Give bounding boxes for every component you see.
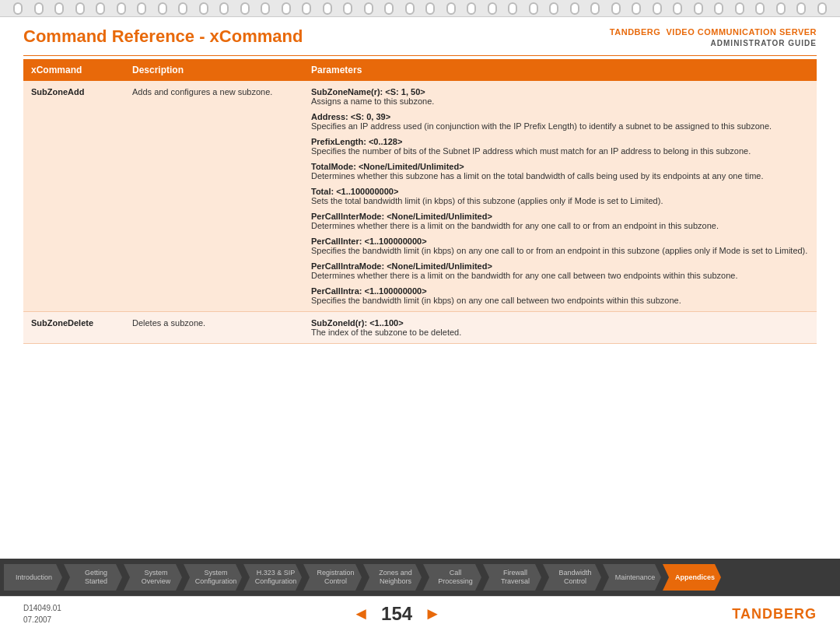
spiral-hole	[755, 2, 765, 15]
brand-product: VIDEO COMMUNICATION SERVER	[667, 27, 817, 37]
nav-tab-system-overview[interactable]: System Overview	[124, 564, 182, 591]
spiral-hole	[96, 2, 105, 15]
next-arrow[interactable]: ►	[424, 604, 441, 624]
param-desc: Specifies the bandwidth limit (in kbps) …	[311, 296, 809, 305]
param-block: TotalMode: <None/Limited/Unlimited>Deter…	[311, 162, 809, 181]
command-cell: SubZoneAdd	[23, 81, 124, 312]
param-desc: Specifies the number of bits of the Subn…	[311, 146, 809, 156]
nav-tab-h.323-&-sip-configuration[interactable]: H.323 & SIP Configuration	[243, 564, 302, 591]
spiral-hole	[570, 2, 579, 15]
spiral-hole	[13, 2, 23, 15]
nav-tab-label: Introduction	[16, 573, 52, 582]
col-header-xcommand: xCommand	[23, 59, 124, 81]
header: Command Reference - xCommand TANDBERG VI…	[23, 17, 817, 55]
param-title: PrefixLength: <0..128>	[311, 137, 809, 146]
spiral-hole	[488, 2, 497, 15]
nav-tab-label: Firewall Traversal	[501, 569, 530, 586]
spiral-hole	[117, 2, 126, 15]
spiral-hole	[529, 2, 538, 15]
footer-nav: ◄ 154 ►	[352, 603, 441, 625]
spiral-hole	[796, 2, 806, 15]
param-title: Total: <1..100000000>	[311, 187, 809, 196]
divider	[23, 55, 817, 56]
nav-tabs-container: IntroductionGetting StartedSystem Overvi…	[4, 564, 836, 591]
spiral-hole	[302, 2, 311, 15]
col-header-description: Description	[124, 59, 303, 81]
nav-tab-label: Registration Control	[317, 569, 354, 586]
spiral-hole	[735, 2, 744, 15]
nav-tab-appendices[interactable]: Appendices	[663, 564, 721, 591]
param-title: TotalMode: <None/Limited/Unlimited>	[311, 162, 809, 171]
spiral-hole	[632, 2, 641, 15]
param-desc: Specifies the bandwidth limit (in kbps) …	[311, 246, 809, 255]
spiral-hole	[508, 2, 517, 15]
nav-tab-registration-control[interactable]: Registration Control	[303, 564, 362, 591]
param-block: PerCallInterMode: <None/Limited/Unlimite…	[311, 212, 809, 230]
bottom-nav: IntroductionGetting StartedSystem Overvi…	[0, 559, 840, 596]
brand-info: TANDBERG VIDEO COMMUNICATION SERVER ADMI…	[610, 26, 817, 49]
footer-brand: TANDBERG	[732, 606, 817, 622]
spiral-hole	[199, 2, 208, 15]
param-desc: Assigns a name to this subzone.	[311, 96, 809, 106]
footer-doc: D14049.01 07.2007	[23, 602, 61, 626]
spiral-hole	[467, 2, 476, 15]
parameters-cell: SubZoneName(r): <S: 1, 50>Assigns a name…	[303, 81, 817, 312]
nav-tab-bandwidth-control[interactable]: Bandwidth Control	[543, 564, 601, 591]
nav-tab-label: System Configuration	[195, 569, 237, 586]
nav-tab-zones-and-neighbors[interactable]: Zones and Neighbors	[363, 564, 422, 591]
col-header-parameters: Parameters	[303, 59, 817, 81]
nav-tab-label: Bandwidth Control	[558, 569, 591, 586]
spiral-hole	[323, 2, 332, 15]
nav-tab-call-processing[interactable]: Call Processing	[423, 564, 481, 591]
param-block: PerCallIntraMode: <None/Limited/Unlimite…	[311, 261, 809, 280]
param-desc: The index of the subzone to be deleted.	[311, 328, 809, 337]
spiral-hole	[776, 2, 786, 15]
param-block: SubZoneName(r): <S: 1, 50>Assigns a name…	[311, 87, 809, 106]
param-title: PerCallInterMode: <None/Limited/Unlimite…	[311, 212, 809, 221]
page-number: 154	[381, 603, 412, 625]
param-desc: Determines whether there is a limit on t…	[311, 221, 809, 230]
spiral-hole	[425, 2, 435, 15]
nav-tab-label: Maintenance	[615, 573, 656, 582]
nav-tab-introduction[interactable]: Introduction	[4, 564, 62, 591]
nav-tab-getting-started[interactable]: Getting Started	[64, 564, 122, 591]
table-row: SubZoneDeleteDeletes a subzone.SubZoneId…	[23, 312, 817, 344]
param-desc: Sets the total bandwidth limit (in kbps)…	[311, 196, 809, 205]
param-title: SubZoneName(r): <S: 1, 50>	[311, 87, 809, 96]
main-content: Command Reference - xCommand TANDBERG VI…	[0, 17, 840, 344]
spiral-hole	[384, 2, 394, 15]
spiral-hole	[694, 2, 703, 15]
brand-name: TANDBERG VIDEO COMMUNICATION SERVER	[610, 26, 817, 38]
nav-tab-firewall-traversal[interactable]: Firewall Traversal	[483, 564, 541, 591]
spiral-binding	[0, 0, 840, 17]
nav-tab-maintenance[interactable]: Maintenance	[603, 564, 661, 591]
guide-label: ADMINISTRATOR GUIDE	[610, 38, 817, 49]
nav-tab-system-configuration[interactable]: System Configuration	[184, 564, 242, 591]
spiral-hole	[219, 2, 229, 15]
spiral-hole	[240, 2, 250, 15]
param-block: PerCallInter: <1..100000000>Specifies th…	[311, 237, 809, 255]
spiral-hole	[817, 2, 827, 15]
nav-tab-label: H.323 & SIP Configuration	[255, 569, 297, 586]
parameters-cell: SubZoneId(r): <1..100>The index of the s…	[303, 312, 817, 344]
spiral-hole	[673, 2, 682, 15]
spiral-hole	[611, 2, 621, 15]
param-desc: Determines whether this subzone has a li…	[311, 171, 809, 181]
nav-tab-label: Appendices	[675, 573, 715, 582]
brand-tandberg: TANDBERG	[610, 27, 661, 37]
spiral-hole	[282, 2, 291, 15]
nav-tab-label: Call Processing	[438, 569, 473, 586]
param-title: PerCallIntraMode: <None/Limited/Unlimite…	[311, 261, 809, 271]
description-cell: Deletes a subzone.	[124, 312, 303, 344]
param-title: PerCallInter: <1..100000000>	[311, 237, 809, 246]
nav-tab-label: System Overview	[142, 569, 171, 586]
command-cell: SubZoneDelete	[23, 312, 124, 344]
page-title: Command Reference - xCommand	[23, 26, 303, 47]
param-block: SubZoneId(r): <1..100>The index of the s…	[311, 318, 809, 337]
spiral-hole	[364, 2, 373, 15]
spiral-hole	[343, 2, 352, 15]
spiral-hole	[653, 2, 662, 15]
table-header-row: xCommand Description Parameters	[23, 59, 817, 81]
prev-arrow[interactable]: ◄	[352, 604, 369, 624]
doc-date: 07.2007	[23, 615, 51, 624]
